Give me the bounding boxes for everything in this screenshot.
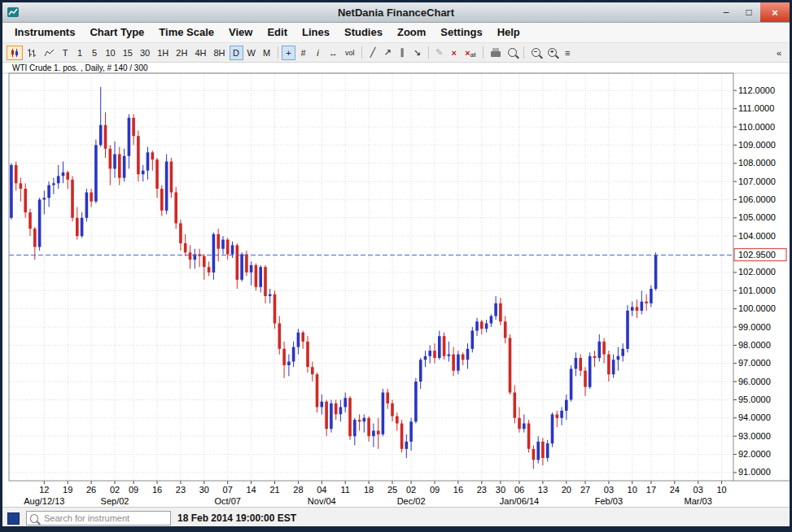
candlestick-chart-button[interactable] bbox=[7, 46, 23, 60]
menu-view[interactable]: View bbox=[221, 23, 260, 42]
svg-text:06: 06 bbox=[514, 485, 524, 495]
grid-toggle-button[interactable]: # bbox=[296, 46, 310, 60]
svg-text:100.0000: 100.0000 bbox=[738, 303, 776, 313]
h-arrows-icon: ↔ bbox=[329, 48, 338, 58]
svg-text:16: 16 bbox=[453, 485, 463, 495]
svg-text:93.0000: 93.0000 bbox=[738, 431, 771, 441]
search-input[interactable] bbox=[42, 512, 167, 524]
instrument-panel-toggle-button[interactable]: « bbox=[772, 46, 786, 60]
arrow-line-button[interactable]: ↘ bbox=[410, 46, 424, 60]
timeframe-30m-button[interactable]: 30 bbox=[137, 46, 153, 60]
trendline-icon: ╱ bbox=[370, 47, 376, 58]
timeframe-8h-button[interactable]: 8H bbox=[210, 46, 228, 60]
svg-text:12: 12 bbox=[39, 485, 49, 495]
svg-text:28: 28 bbox=[293, 485, 303, 495]
zoom-in-button[interactable]: + bbox=[545, 46, 560, 60]
svg-text:10: 10 bbox=[628, 485, 637, 495]
svg-text:04: 04 bbox=[317, 485, 326, 495]
svg-text:91.0000: 91.0000 bbox=[738, 467, 771, 477]
delete-all-suffix: all bbox=[470, 51, 476, 59]
pencil-icon: ✎ bbox=[435, 47, 443, 58]
settings-sliders-icon: ≡ bbox=[565, 48, 570, 58]
ray-icon: ↗ bbox=[384, 47, 392, 58]
timeframe-weekly-button[interactable]: W bbox=[244, 46, 259, 60]
menu-chart-type[interactable]: Chart Type bbox=[82, 23, 151, 42]
svg-text:Oct/07: Oct/07 bbox=[214, 496, 240, 506]
timeframe-5m-button[interactable]: 5 bbox=[88, 46, 102, 60]
svg-text:Aug/12/13: Aug/12/13 bbox=[24, 496, 64, 506]
menu-zoom[interactable]: Zoom bbox=[390, 23, 433, 42]
instrument-search-box[interactable] bbox=[26, 511, 171, 525]
zoom-out-icon: − bbox=[532, 48, 540, 57]
svg-text:102.0000: 102.0000 bbox=[738, 267, 776, 277]
delete-line-button[interactable]: × bbox=[447, 46, 461, 60]
svg-text:95.0000: 95.0000 bbox=[738, 395, 771, 404]
svg-text:99.0000: 99.0000 bbox=[738, 322, 771, 332]
timeframe-daily-button[interactable]: D bbox=[230, 46, 243, 60]
timeframe-1h-button[interactable]: 1H bbox=[154, 46, 172, 60]
timeframe-1m-button[interactable]: 1 bbox=[73, 46, 87, 60]
app-window: NetDania FinanceChart – □ × Instruments … bbox=[0, 0, 792, 532]
close-button[interactable]: × bbox=[760, 2, 790, 22]
menu-studies[interactable]: Studies bbox=[337, 23, 390, 42]
crosshair-icon: + bbox=[286, 48, 291, 58]
minimize-button[interactable]: – bbox=[715, 2, 737, 22]
volume-button[interactable]: vol bbox=[342, 46, 358, 60]
svg-text:10: 10 bbox=[716, 485, 726, 495]
svg-text:26: 26 bbox=[86, 485, 96, 495]
y-axis-labels: 112.0000111.0000110.0000109.0000108.0000… bbox=[733, 85, 776, 477]
print-preview-button[interactable] bbox=[505, 46, 520, 60]
menu-edit[interactable]: Edit bbox=[260, 23, 295, 42]
menu-lines[interactable]: Lines bbox=[295, 23, 337, 42]
candlestick-icon bbox=[10, 48, 20, 58]
svg-text:106.0000: 106.0000 bbox=[738, 194, 776, 204]
menu-help[interactable]: Help bbox=[490, 23, 527, 42]
svg-text:Mar/03: Mar/03 bbox=[685, 496, 712, 506]
horizontal-scale-button[interactable]: ↔ bbox=[326, 46, 341, 60]
svg-text:112.0000: 112.0000 bbox=[738, 85, 775, 95]
timeframe-2h-button[interactable]: 2H bbox=[173, 46, 190, 60]
search-icon bbox=[30, 514, 38, 523]
menu-instruments[interactable]: Instruments bbox=[7, 23, 82, 42]
svg-text:111.0000: 111.0000 bbox=[738, 103, 774, 113]
menu-settings[interactable]: Settings bbox=[433, 23, 489, 42]
chart-settings-button[interactable]: ≡ bbox=[561, 46, 575, 60]
edit-lines-button[interactable]: ✎ bbox=[432, 46, 446, 60]
timeframe-10m-button[interactable]: 10 bbox=[103, 46, 119, 60]
timeframe-tick-button[interactable]: T bbox=[59, 46, 72, 60]
info-button[interactable]: i bbox=[311, 46, 325, 60]
maximize-button[interactable]: □ bbox=[737, 2, 760, 22]
parallel-channel-button[interactable]: ∥ bbox=[396, 46, 409, 60]
svg-text:20: 20 bbox=[562, 485, 571, 495]
zoom-out-button[interactable]: − bbox=[528, 46, 544, 60]
crosshair-button[interactable]: + bbox=[282, 46, 295, 60]
line-chart-button[interactable] bbox=[41, 46, 58, 60]
ray-line-button[interactable]: ↗ bbox=[381, 46, 395, 60]
candlestick-chart[interactable]: 112.0000111.0000110.0000109.0000108.0000… bbox=[2, 63, 790, 507]
delete-all-lines-button[interactable]: ×all bbox=[462, 46, 479, 60]
svg-text:Feb/03: Feb/03 bbox=[595, 496, 623, 506]
timeframe-4h-button[interactable]: 4H bbox=[191, 46, 209, 60]
printer-icon bbox=[491, 51, 501, 57]
svg-text:13: 13 bbox=[538, 485, 548, 495]
trendline-button[interactable]: ╱ bbox=[366, 46, 380, 60]
print-button[interactable] bbox=[488, 46, 504, 60]
svg-text:108.0000: 108.0000 bbox=[738, 158, 776, 168]
svg-text:07: 07 bbox=[223, 485, 233, 495]
arrow-line-icon: ↘ bbox=[414, 47, 421, 58]
toolbar-separator bbox=[483, 46, 484, 59]
chart-plot-area[interactable]: 112.0000111.0000110.0000109.0000108.0000… bbox=[2, 63, 790, 507]
x-axis-labels: 1219260209162330071421280411182502091623… bbox=[24, 481, 727, 506]
timeframe-15m-button[interactable]: 15 bbox=[120, 46, 136, 60]
grid-icon: # bbox=[301, 48, 306, 58]
svg-text:27: 27 bbox=[580, 485, 590, 495]
volume-icon: vol bbox=[345, 49, 355, 57]
menu-time-scale[interactable]: Time Scale bbox=[151, 23, 221, 42]
svg-text:Dec/02: Dec/02 bbox=[397, 496, 426, 506]
timeframe-monthly-button[interactable]: M bbox=[260, 46, 273, 60]
bar-chart-button[interactable] bbox=[24, 46, 40, 60]
svg-text:94.0000: 94.0000 bbox=[738, 412, 771, 422]
delete-icon: × bbox=[452, 48, 457, 58]
svg-text:19: 19 bbox=[63, 485, 72, 495]
title-bar[interactable]: NetDania FinanceChart – □ × bbox=[2, 2, 790, 23]
